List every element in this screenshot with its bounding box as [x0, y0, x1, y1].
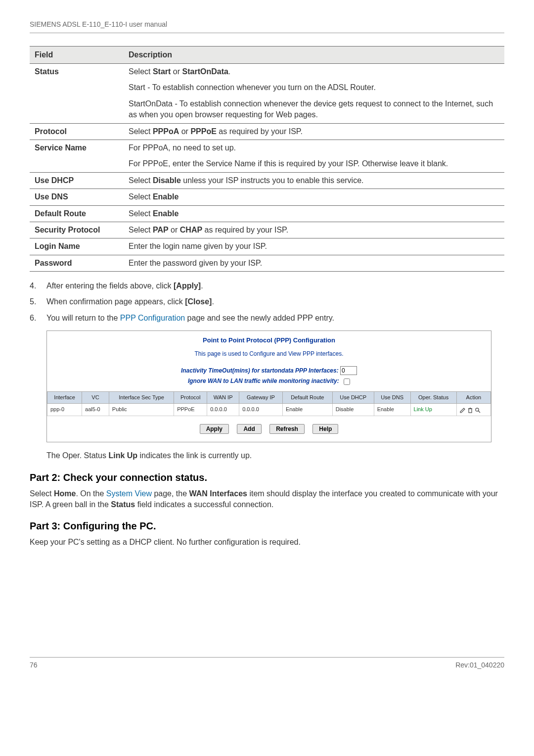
steps-list: After entering the fields above, click […: [30, 281, 504, 324]
step-4-bold: [Apply]: [174, 282, 201, 290]
p2-mid1: . On the: [76, 489, 106, 498]
grid-column-header: VC: [82, 392, 109, 404]
grid-column-header: Use DNS: [374, 392, 410, 404]
p2-link: System View: [106, 489, 152, 498]
page-header: SIEMENS ADSL E-110_E-110-I user manual: [30, 20, 504, 30]
cell-gwip: 0.0.0.0: [239, 404, 283, 416]
field-description: Start - To establish connection whenever…: [124, 80, 504, 95]
footer-divider: [30, 657, 504, 658]
svg-line-4: [478, 411, 480, 413]
ignore-row: Ignore WAN to LAN traffic while monitori…: [47, 377, 491, 391]
p2-b3: Status: [111, 500, 135, 509]
th-field: Field: [30, 46, 124, 63]
field-description: StartOnData - To establish connection wh…: [124, 96, 504, 123]
inactivity-row: Inactivity TimeOut(mins) for startondata…: [47, 364, 491, 377]
panel-title: Point to Point Protocol (PPP) Configurat…: [47, 331, 491, 347]
field-label: [30, 156, 124, 172]
grid-column-header: Oper. Status: [410, 392, 456, 404]
cell-sectype: Public: [109, 404, 174, 416]
field-label: Status: [30, 63, 124, 80]
fields-table: Field Description StatusSelect Start or …: [30, 46, 504, 272]
field-label: Use DHCP: [30, 172, 124, 189]
cell-defroute: Enable: [282, 404, 332, 416]
part3-paragraph: Keep your PC's setting as a DHCP client.…: [30, 537, 504, 548]
cell-vc: aal5-0: [82, 404, 109, 416]
step-6-link: PPP Configuration: [120, 314, 185, 322]
step-6: You will return to the PPP Configuration…: [30, 313, 504, 324]
field-description: Enter the password given by your ISP.: [124, 255, 504, 271]
grid-column-header: Action: [456, 392, 490, 404]
ignore-label: Ignore WAN to LAN traffic while monitori…: [188, 378, 339, 384]
button-row: Apply Add Refresh Help: [47, 416, 491, 442]
field-label: Default Route: [30, 205, 124, 222]
part2-heading: Part 2: Check your connection status.: [30, 471, 504, 484]
ppp-grid: InterfaceVCInterface Sec TypeProtocolWAN…: [47, 391, 491, 416]
field-label: [30, 96, 124, 123]
field-description: Select Start or StartOnData.: [124, 63, 504, 80]
after-post: indicates the link is currently up.: [137, 451, 252, 460]
field-label: [30, 80, 124, 95]
grid-column-header: Protocol: [174, 392, 207, 404]
step-4: After entering the fields above, click […: [30, 281, 504, 291]
part3-heading: Part 3: Configuring the PC.: [30, 519, 504, 533]
ignore-checkbox[interactable]: [344, 378, 350, 385]
field-label: Use DNS: [30, 189, 124, 205]
grid-column-header: Gateway IP: [239, 392, 283, 404]
step-6-post: page and see the newly added PPP entry.: [185, 314, 334, 322]
after-bold: Link Up: [108, 451, 137, 460]
field-description: For PPPoA, no need to set up.: [124, 140, 504, 156]
svg-rect-0: [469, 409, 472, 413]
field-label: Protocol: [30, 123, 124, 140]
inactivity-label: Inactivity TimeOut(mins) for startondata…: [181, 367, 339, 374]
step-5-post: .: [212, 297, 214, 306]
cell-wanip: 0.0.0.0: [207, 404, 239, 416]
field-description: Select PPPoA or PPPoE as required by you…: [124, 123, 504, 140]
p2-b2: WAN Interfaces: [189, 489, 247, 498]
grid-column-header: Interface: [47, 392, 82, 404]
cell-usedns: Enable: [374, 404, 410, 416]
svg-point-3: [476, 408, 479, 411]
table-row: ppp-0 aal5-0 Public PPPoE 0.0.0.0 0.0.0.…: [47, 404, 491, 416]
help-button[interactable]: Help: [312, 424, 338, 434]
delete-icon[interactable]: [467, 406, 473, 412]
view-icon[interactable]: [475, 406, 481, 412]
field-label: Security Protocol: [30, 222, 124, 238]
p2-post: field indicates a successful connection.: [135, 500, 273, 509]
p2-mid2: page, the: [152, 489, 189, 498]
step-5: When confirmation page appears, click [C…: [30, 296, 504, 307]
cell-protocol: PPPoE: [174, 404, 207, 416]
field-description: Select Enable: [124, 205, 504, 222]
page-footer: 76 Rev:01_040220: [30, 657, 504, 670]
cell-usedhcp: Disable: [332, 404, 374, 416]
after-pre: The Oper. Status: [46, 451, 108, 460]
inactivity-input[interactable]: [340, 366, 357, 375]
field-description: Select PAP or CHAP as required by your I…: [124, 222, 504, 238]
add-button[interactable]: Add: [237, 424, 261, 434]
step-5-bold: [Close]: [185, 297, 212, 306]
field-label: Service Name: [30, 140, 124, 156]
header-divider: [30, 33, 504, 33]
cell-interface: ppp-0: [47, 404, 82, 416]
grid-column-header: Interface Sec Type: [109, 392, 174, 404]
step-5-pre: When confirmation page appears, click: [46, 297, 185, 306]
footer-rev: Rev:01_040220: [455, 661, 504, 670]
refresh-button[interactable]: Refresh: [269, 424, 305, 434]
field-label: Login Name: [30, 238, 124, 255]
p2-b1: Home: [54, 489, 76, 498]
grid-column-header: WAN IP: [207, 392, 239, 404]
th-description: Description: [124, 46, 504, 63]
step-4-pre: After entering the fields above, click: [46, 282, 174, 290]
cell-oper-status: Link Up: [410, 404, 456, 416]
after-panel-note: The Oper. Status Link Up indicates the l…: [46, 450, 504, 461]
field-label: Password: [30, 255, 124, 271]
grid-column-header: Use DHCP: [332, 392, 374, 404]
step-4-post: .: [201, 282, 203, 290]
cell-action: [456, 404, 490, 416]
step-6-pre: You will return to the: [46, 314, 120, 322]
p2-pre: Select: [30, 489, 54, 498]
grid-column-header: Default Route: [282, 392, 332, 404]
field-description: For PPPoE, enter the Service Name if thi…: [124, 156, 504, 172]
edit-icon[interactable]: [460, 406, 466, 412]
field-description: Enter the login name given by your ISP.: [124, 238, 504, 255]
apply-button[interactable]: Apply: [200, 424, 229, 434]
